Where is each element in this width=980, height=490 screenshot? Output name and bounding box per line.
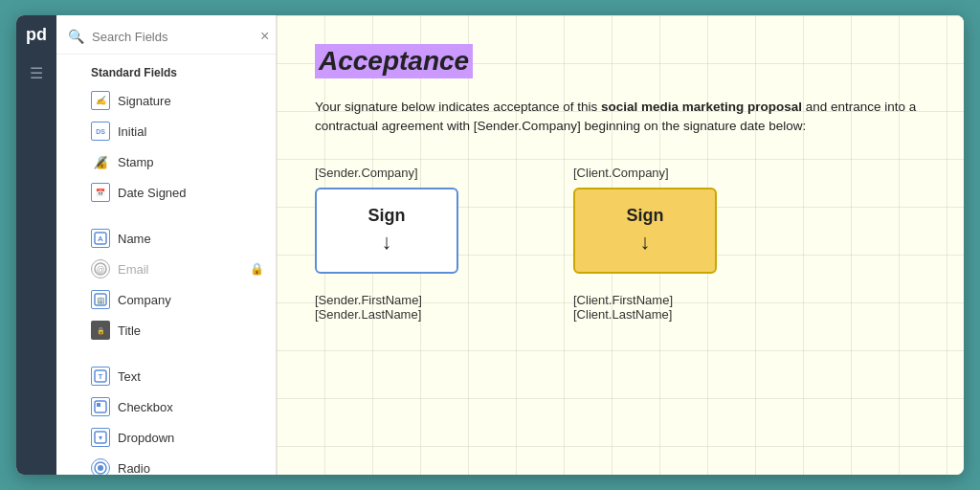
sidebar-item-title[interactable]: 🔒 Title [56, 315, 276, 345]
date-signed-icon: 📅 [91, 183, 110, 202]
signature-label: Signature [118, 94, 171, 108]
date-signed-label: Date Signed [118, 186, 187, 200]
text-icon: T [91, 367, 110, 386]
dropdown-icon: ▾ [91, 428, 110, 447]
sender-sign-text: Sign [368, 206, 406, 226]
text-label: Text [118, 369, 141, 384]
search-input[interactable] [92, 30, 253, 44]
client-sign-box[interactable]: Sign ↓ [573, 188, 717, 274]
title-icon: 🔒 [91, 321, 110, 340]
sidebar: 🔍 × Standard Fields ✍ Signature DS Initi… [56, 15, 277, 475]
radio-icon [91, 458, 110, 475]
checkbox-icon [91, 397, 110, 416]
svg-text:▾: ▾ [99, 434, 102, 442]
client-sign-arrow: ↓ [640, 230, 651, 255]
svg-text:T: T [99, 372, 103, 381]
sidebar-item-checkbox[interactable]: Checkbox [56, 391, 276, 422]
signature-icon: ✍ [91, 91, 110, 110]
sidebar-item-date-signed[interactable]: 📅 Date Signed [56, 177, 276, 208]
lock-icon: 🔒 [250, 262, 264, 276]
sidebar-item-text[interactable]: T Text [56, 361, 276, 391]
search-icon: 🔍 [68, 29, 84, 44]
initial-label: Initial [118, 124, 146, 139]
email-icon: @ [91, 259, 110, 278]
initial-icon: DS [91, 122, 110, 141]
name-labels-row: [Sender.FirstName] [Sender.LastName] [Cl… [315, 293, 925, 322]
checkbox-label: Checkbox [118, 400, 173, 414]
name-icon: A [91, 229, 110, 248]
sidebar-item-stamp[interactable]: 🔏 Stamp [56, 146, 276, 177]
radio-label: Radio [118, 461, 150, 476]
document-body: Your signature below indicates acceptanc… [315, 98, 925, 137]
stamp-icon: 🔏 [91, 152, 110, 171]
sidebar-item-name[interactable]: A Name [56, 223, 276, 254]
sender-sign-box[interactable]: Sign ↓ [315, 188, 458, 274]
svg-text:A: A [98, 234, 103, 243]
sidebar-item-email[interactable]: @ Email 🔒 [56, 254, 276, 284]
sender-sign-arrow: ↓ [382, 230, 392, 255]
sender-block: [Sender.Company] Sign ↓ [315, 166, 458, 274]
logo-area: pd ☰ [16, 15, 56, 475]
client-sign-text: Sign [627, 206, 664, 226]
dropdown-label: Dropdown [118, 431, 174, 445]
company-label: Company [118, 293, 171, 307]
svg-point-15 [98, 465, 103, 471]
company-icon: 🏢 [91, 290, 110, 309]
svg-rect-11 [97, 403, 100, 407]
body-text-before: Your signature below indicates acceptanc… [315, 100, 601, 114]
signers-row: [Sender.Company] Sign ↓ [Client.Company]… [315, 166, 925, 274]
sender-label: [Sender.Company] [315, 166, 458, 180]
sidebar-item-initial[interactable]: DS Initial [56, 116, 276, 146]
svg-text:🏢: 🏢 [97, 296, 105, 304]
svg-text:🔒: 🔒 [97, 326, 105, 335]
sender-name-label: [Sender.FirstName] [Sender.LastName] [315, 293, 458, 322]
title-label: Title [118, 323, 141, 338]
stamp-label: Stamp [118, 155, 154, 169]
document-title: Acceptance [315, 44, 473, 78]
sidebar-item-radio[interactable]: Radio [56, 453, 276, 475]
client-name-label: [Client.FirstName] [Client.LastName] [573, 293, 717, 322]
main-content: Acceptance Your signature below indicate… [277, 15, 964, 475]
body-text-bold: social media marketing proposal [601, 100, 802, 114]
menu-icon[interactable]: ☰ [30, 64, 43, 82]
sidebar-item-signature[interactable]: ✍ Signature [56, 85, 276, 116]
document-area: Acceptance Your signature below indicate… [277, 15, 964, 350]
sidebar-item-dropdown[interactable]: ▾ Dropdown [56, 422, 276, 453]
sidebar-item-company[interactable]: 🏢 Company [56, 284, 276, 315]
name-label: Name [118, 232, 151, 246]
client-label: [Client.Company] [573, 166, 717, 180]
svg-text:@: @ [96, 265, 104, 275]
app-logo: pd [26, 25, 47, 45]
email-label: Email [118, 262, 149, 277]
sidebar-search-header: 🔍 × [56, 15, 276, 55]
close-icon[interactable]: × [260, 29, 269, 44]
standard-fields-label: Standard Fields [56, 55, 276, 85]
client-block: [Client.Company] Sign ↓ [573, 166, 717, 274]
